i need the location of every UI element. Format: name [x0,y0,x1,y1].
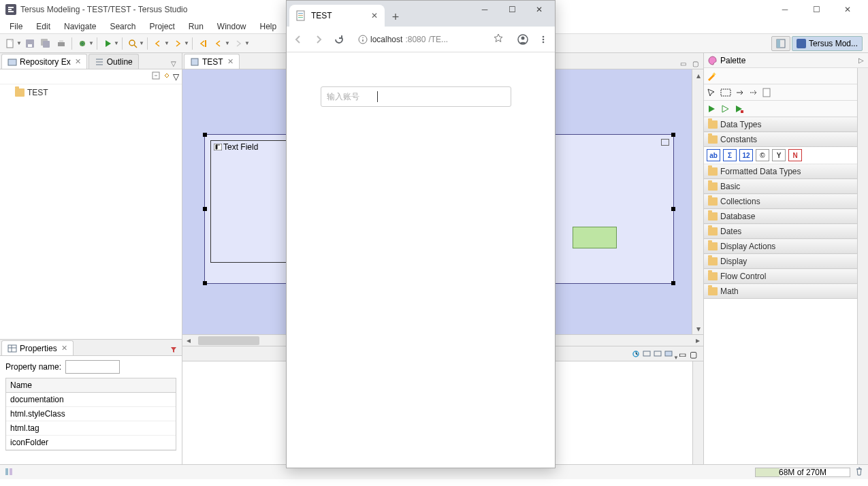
tree-item-test[interactable]: TEST [5,87,176,98]
note-icon[interactable] [762,88,771,97]
menu-help[interactable]: Help [253,20,284,33]
minimize-handle-icon[interactable] [661,139,669,146]
prop-header-name[interactable]: Name [6,378,176,393]
palette-cat-basic[interactable]: Basic [704,179,868,194]
chip-sigma[interactable]: Σ [723,149,737,161]
close-icon[interactable]: ✕ [61,344,67,353]
menu-edit[interactable]: Edit [29,20,57,33]
filter-button[interactable] [168,344,179,355]
palette-cat-math[interactable]: Math [704,284,868,299]
palette-cat-displayactions[interactable]: Display Actions [704,239,868,254]
browser-minimize-button[interactable]: ─ [472,2,498,17]
palette-vscrollbar[interactable] [857,68,868,464]
link-editor-button[interactable] [162,71,172,82]
close-icon[interactable]: ✕ [371,11,378,20]
prev-annotation-button[interactable] [150,36,165,51]
collapse-all-button[interactable] [151,71,161,82]
tab-repository[interactable]: Repository Ex ✕ [1,54,87,69]
arrow-icon[interactable] [735,88,745,97]
marquee-icon[interactable] [720,88,731,97]
console-display2-button[interactable] [654,350,664,361]
save-button[interactable] [22,36,37,51]
palette-collapse-icon[interactable]: ▷ [858,56,864,64]
play-icon[interactable] [707,104,716,114]
palette-cat-constants[interactable]: Constants [704,132,868,147]
forward-button[interactable] [231,36,246,51]
browser-newtab-button[interactable]: + [386,7,405,27]
prop-row[interactable]: html.styleClass [6,407,176,421]
menu-search[interactable]: Search [103,20,142,33]
palette-cat-display[interactable]: Display [704,254,868,269]
run-dropdown[interactable]: ▼ [114,40,119,46]
status-icon[interactable] [4,467,18,478]
browser-maximize-button[interactable]: ☐ [499,2,525,17]
minimize-button[interactable]: ─ [770,0,800,19]
prop-row[interactable]: documentation [6,393,176,407]
editor-vscrollbar[interactable]: ▴ ▾ [692,69,703,334]
browser-profile-button[interactable] [515,32,530,47]
palette-cat-collections[interactable]: Collections [704,194,868,209]
chip-text[interactable]: ab [707,149,720,161]
open-perspective-button[interactable] [771,36,790,51]
browser-back-button[interactable] [291,32,306,47]
palette-cat-datatypes[interactable]: Data Types [704,117,868,132]
run-button[interactable] [100,36,115,51]
console-display-button[interactable] [643,350,654,361]
search-button[interactable] [125,36,140,51]
next-annotation-button[interactable] [170,36,185,51]
play-stop-icon[interactable] [734,104,743,114]
gc-button[interactable] [854,466,864,478]
menu-window[interactable]: Window [210,20,253,33]
dash-arrow-icon[interactable] [749,88,758,97]
browser-menu-button[interactable] [536,32,551,47]
browser-tab[interactable]: TEST ✕ [289,5,385,27]
menu-run[interactable]: Run [182,20,210,33]
browser-reload-button[interactable] [332,32,347,47]
star-icon[interactable] [493,33,504,46]
menu-project[interactable]: Project [142,20,181,33]
view-menu-button[interactable]: ▽ [168,58,179,69]
debug-dropdown[interactable]: ▼ [89,40,94,46]
close-icon[interactable]: ✕ [227,57,234,66]
cursor-icon[interactable] [707,88,716,97]
save-all-button[interactable] [38,36,53,51]
back-button[interactable] [211,36,226,51]
tab-properties[interactable]: Properties ✕ [1,340,74,355]
palette-cat-dates[interactable]: Dates [704,224,868,239]
chip-copy[interactable]: © [756,149,769,161]
editor-tab-test[interactable]: TEST ✕ [184,54,240,69]
close-button[interactable]: ✕ [833,0,863,19]
new-dropdown[interactable]: ▼ [16,40,22,46]
palette-cat-flowcontrol[interactable]: Flow Control [704,269,868,284]
prop-row[interactable]: iconFolder [6,436,176,450]
browser-close-button[interactable]: ✕ [526,2,552,17]
wand-icon[interactable] [707,71,718,81]
chip-yes[interactable]: Y [772,149,786,161]
tersus-perspective-button[interactable]: Tersus Mod... [792,36,863,51]
minimize-console-button[interactable]: ▭ [679,350,690,361]
pin-console-button[interactable] [632,350,643,361]
browser-window[interactable]: ─ ☐ ✕ TEST ✕ + localhost:8080/TE... 输入账号 [286,0,556,468]
prop-row[interactable]: html.tag [6,421,176,436]
maximize-console-button[interactable]: ▢ [690,350,701,361]
palette-cat-database[interactable]: Database [704,209,868,224]
browser-forward-button[interactable] [311,32,326,47]
action-node[interactable] [573,227,617,248]
menu-file[interactable]: File [3,20,29,33]
minimize-view-button[interactable]: ▭ [677,58,688,69]
close-icon[interactable]: ✕ [75,57,81,66]
print-button[interactable] [54,36,69,51]
browser-url-bar[interactable]: localhost:8080/TE... [352,30,510,49]
palette-header[interactable]: Palette ▷ [704,53,868,68]
username-input[interactable]: 输入账号 [321,86,511,107]
repository-tree[interactable]: TEST [0,84,182,339]
menu-navigate[interactable]: Navigate [57,20,103,33]
chip-no[interactable]: N [788,149,802,161]
maximize-button[interactable]: ☐ [801,0,831,19]
search-dropdown[interactable]: ▼ [139,40,144,46]
play-outline-icon[interactable] [720,104,730,114]
view-menu-icon[interactable]: ▽ [173,72,179,82]
palette-cat-formatted[interactable]: Formatted Data Types [704,164,868,179]
tab-outline[interactable]: Outline [89,54,139,69]
console-vscrollbar[interactable] [692,361,703,464]
